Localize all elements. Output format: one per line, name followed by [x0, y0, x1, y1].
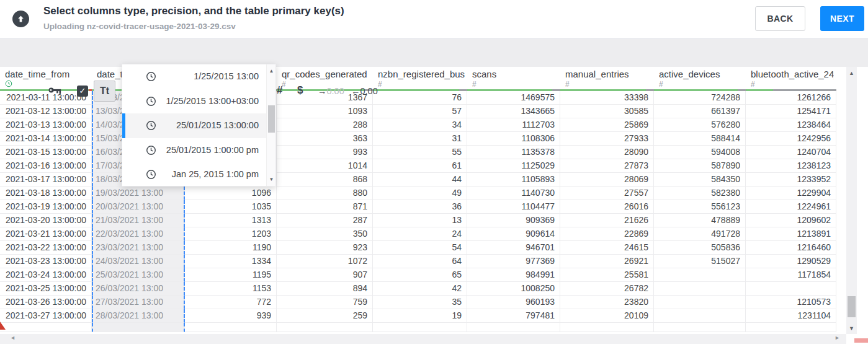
table-cell[interactable]: 1112703 — [467, 118, 560, 132]
column-header-scans[interactable]: scans# — [467, 67, 560, 91]
table-cell[interactable]: 24615 — [560, 241, 654, 255]
table-cell[interactable]: 24/03/2021 13:00 — [92, 255, 185, 268]
table-cell[interactable]: 1216460 — [746, 241, 836, 255]
checked-checkbox-icon[interactable]: ✓ — [77, 86, 88, 97]
table-cell[interactable]: 27873 — [560, 159, 654, 173]
table-cell[interactable]: 946701 — [467, 241, 560, 255]
date-format-option[interactable]: 1/25/2015 13:00+03:00 — [122, 89, 266, 114]
table-cell[interactable]: 23/03/2021 13:00 — [92, 241, 185, 255]
decrease-decimal-button[interactable]: ←0.00 — [351, 86, 378, 96]
date-format-option[interactable]: 25/01/2015 1:00:00 pm — [122, 138, 266, 163]
table-cell[interactable]: 1229904 — [746, 187, 836, 200]
table-cell[interactable]: 1261266 — [746, 91, 836, 105]
table-cell[interactable]: 1035 — [185, 200, 277, 214]
table-cell[interactable]: 993 — [277, 146, 373, 159]
table-cell[interactable]: 28090 — [560, 146, 654, 159]
table-cell[interactable]: 2021-03-20 13:00:00 — [0, 214, 92, 227]
next-button[interactable]: NEXT — [820, 6, 864, 31]
table-cell[interactable]: 1290529 — [746, 255, 836, 268]
table-cell[interactable]: 1203 — [185, 227, 277, 241]
table-cell[interactable]: 2021-03-19 13:00:00 — [0, 200, 92, 214]
table-cell[interactable] — [467, 323, 560, 332]
number-type-button[interactable]: # — [277, 84, 282, 97]
table-cell[interactable]: 1238464 — [746, 118, 836, 132]
table-cell[interactable]: 54 — [373, 241, 467, 255]
table-cell[interactable]: 288 — [277, 118, 373, 132]
table-cell[interactable]: 76 — [373, 91, 467, 105]
scroll-down-icon[interactable]: ▼ — [267, 177, 276, 182]
horizontal-scrollbar[interactable]: ◄ ► — [0, 334, 846, 344]
table-cell[interactable]: 984991 — [467, 268, 560, 282]
date-format-option[interactable]: 1/25/2015 13:00 — [122, 64, 266, 89]
table-cell[interactable]: 24 — [373, 227, 467, 241]
back-button[interactable]: BACK — [755, 6, 805, 31]
table-cell[interactable]: 1171854 — [746, 268, 836, 282]
table-cell[interactable]: 30585 — [560, 105, 654, 118]
menu-scrollbar[interactable]: ▲ ▼ — [266, 64, 275, 186]
table-cell[interactable]: 23820 — [560, 296, 654, 309]
table-cell[interactable]: 1105893 — [467, 173, 560, 187]
table-cell[interactable] — [92, 323, 185, 332]
table-cell[interactable]: 1240704 — [746, 146, 836, 159]
table-cell[interactable]: 20/03/2021 13:00 — [92, 200, 185, 214]
table-cell[interactable]: 26/03/2021 13:00 — [92, 282, 185, 296]
table-cell[interactable]: 923 — [277, 241, 373, 255]
primary-key-icon[interactable] — [48, 86, 61, 97]
table-cell[interactable]: 28069 — [560, 173, 654, 187]
table-cell[interactable]: 759 — [277, 296, 373, 309]
table-cell[interactable]: 27933 — [560, 132, 654, 146]
table-cell[interactable]: 19 — [373, 309, 467, 323]
table-cell[interactable]: 1108306 — [467, 132, 560, 146]
table-cell[interactable]: 1093 — [277, 105, 373, 118]
table-cell[interactable]: 2021-03-13 13:00:00 — [0, 118, 92, 132]
table-cell[interactable] — [654, 323, 746, 332]
table-cell[interactable]: 31 — [373, 132, 467, 146]
scroll-left-icon[interactable]: ◄ — [10, 335, 16, 341]
table-cell[interactable]: 588414 — [654, 132, 746, 146]
table-cell[interactable] — [0, 323, 92, 332]
table-cell[interactable]: 909614 — [467, 227, 560, 241]
table-cell[interactable]: 724288 — [654, 91, 746, 105]
table-cell[interactable]: 871 — [277, 200, 373, 214]
table-cell[interactable]: 868 — [277, 173, 373, 187]
table-cell[interactable]: 556123 — [654, 200, 746, 214]
table-cell[interactable] — [654, 309, 746, 323]
table-cell[interactable]: 1140730 — [467, 187, 560, 200]
table-cell[interactable]: 363 — [277, 132, 373, 146]
table-cell[interactable]: 33398 — [560, 91, 654, 105]
vertical-scrollbar-thumb[interactable] — [848, 296, 856, 317]
table-cell[interactable]: 1072 — [277, 255, 373, 268]
table-cell[interactable]: 1254171 — [746, 105, 836, 118]
table-cell[interactable]: 22869 — [560, 227, 654, 241]
table-cell[interactable]: 1210573 — [746, 296, 836, 309]
table-cell[interactable]: 25/03/2021 13:00 — [92, 268, 185, 282]
table-cell[interactable]: 2021-03-27 13:00:00 — [0, 309, 92, 323]
table-cell[interactable]: 2021-03-23 13:00:00 — [0, 255, 92, 268]
table-cell[interactable]: 21626 — [560, 214, 654, 227]
table-cell[interactable]: 1195 — [185, 268, 277, 282]
table-cell[interactable]: 287 — [277, 214, 373, 227]
table-cell[interactable]: 1343665 — [467, 105, 560, 118]
text-type-button[interactable]: Tt — [94, 81, 115, 102]
scroll-down-icon[interactable]: ▼ — [846, 325, 857, 332]
table-cell[interactable]: 1190 — [185, 241, 277, 255]
table-cell[interactable]: 28/03/2021 13:00 — [92, 309, 185, 323]
table-cell[interactable]: 2021-03-18 13:00:00 — [0, 187, 92, 200]
table-cell[interactable]: 594008 — [654, 146, 746, 159]
table-cell[interactable]: 55 — [373, 146, 467, 159]
table-cell[interactable]: 2021-03-17 13:00:00 — [0, 173, 92, 187]
table-cell[interactable]: 661397 — [654, 105, 746, 118]
table-cell[interactable]: 1104477 — [467, 200, 560, 214]
table-cell[interactable]: 576280 — [654, 118, 746, 132]
table-cell[interactable]: 1233952 — [746, 173, 836, 187]
table-cell[interactable]: 20109 — [560, 309, 654, 323]
table-cell[interactable]: 772 — [185, 296, 277, 309]
table-cell[interactable]: 1313 — [185, 214, 277, 227]
table-cell[interactable]: 2021-03-16 13:00:00 — [0, 159, 92, 173]
table-cell[interactable]: 26016 — [560, 200, 654, 214]
table-cell[interactable]: 2021-03-21 13:00:00 — [0, 227, 92, 241]
column-header-nzbn_registered_busine[interactable]: nzbn_registered_busine# — [373, 67, 467, 91]
currency-type-button[interactable]: $ — [297, 84, 303, 97]
table-cell[interactable]: 22/03/2021 13:00 — [92, 227, 185, 241]
date-format-option[interactable]: Jan 25, 2015 1:00 pm — [122, 162, 266, 187]
